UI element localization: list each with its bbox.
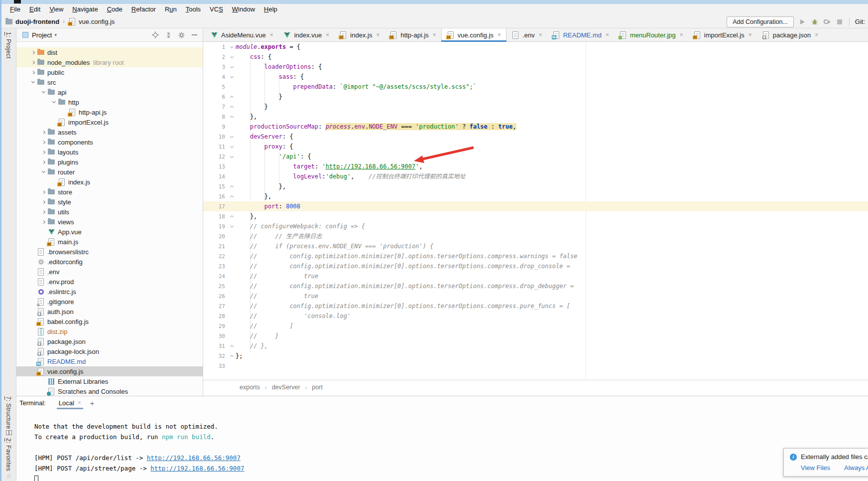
menu-item-view[interactable]: View [45, 4, 68, 15]
fold-close-icon[interactable] [228, 344, 236, 348]
code-line-10[interactable]: 10 devServer: { [203, 132, 868, 142]
tab-vue-config-js[interactable]: JSvue.config.js× [441, 28, 506, 41]
close-icon[interactable]: × [433, 31, 436, 38]
close-icon[interactable]: × [815, 31, 818, 38]
menu-item-edit[interactable]: Edit [25, 4, 45, 15]
code-line-12[interactable]: 12 '/api': { [203, 152, 868, 161]
tree-expanded-icon[interactable] [50, 102, 58, 103]
tree-item-plugins[interactable]: plugins [16, 157, 203, 167]
tab--env[interactable]: .env× [506, 28, 547, 41]
menu-item-navigate[interactable]: Navigate [68, 4, 102, 15]
code-line-6[interactable]: 6 } [203, 92, 868, 102]
tree-collapsed-icon[interactable] [29, 61, 37, 64]
code-line-7[interactable]: 7 } [203, 102, 868, 112]
locate-file-icon[interactable] [152, 31, 159, 38]
tab-index-js[interactable]: JSindex.js× [334, 28, 384, 41]
tree-item-index-js[interactable]: JSindex.js [16, 177, 203, 187]
code-line-8[interactable]: 8 }, [203, 112, 868, 122]
tree-item-external-libraries[interactable]: External Libraries [16, 376, 203, 386]
menu-item-vcs[interactable]: VCS [205, 4, 228, 15]
close-icon[interactable]: × [680, 31, 683, 38]
close-icon[interactable]: × [606, 31, 609, 38]
fold-close-icon[interactable] [228, 214, 236, 218]
tree-item-readme-md[interactable]: MDREADME.md [16, 356, 203, 366]
code-line-17[interactable]: 17 port: 8008 [203, 201, 868, 211]
terminal-link[interactable]: http://192.168.66.56:9007 [147, 454, 241, 462]
code-line-18[interactable]: 18 }, [203, 211, 868, 221]
fold-close-icon[interactable] [228, 184, 236, 188]
close-icon[interactable]: × [326, 31, 329, 38]
tree-collapsed-icon[interactable] [40, 221, 47, 223]
code-line-28[interactable]: 28 // 'console.log' [203, 311, 868, 321]
menu-item-tools[interactable]: Tools [181, 4, 205, 15]
tree-item--gitignore[interactable]: ⊘.gitignore [16, 297, 203, 307]
code-line-21[interactable]: 21 // if (process.env.NODE_ENV === 'prod… [203, 241, 868, 251]
menu-item-code[interactable]: Code [103, 4, 127, 15]
code-line-20[interactable]: 20 // // 生产去除日志 [203, 231, 868, 241]
code-line-31[interactable]: 31 // }, [203, 341, 868, 351]
breadcrumb-devServer[interactable]: devServer [272, 384, 300, 391]
code-line-22[interactable]: 22 // config.optimization.minimizer[0].o… [203, 251, 868, 261]
fold-open-icon[interactable] [228, 226, 236, 227]
tree-item-vue-config-js[interactable]: JSvue.config.js [16, 366, 203, 376]
menu-item-help[interactable]: Help [259, 4, 282, 15]
code-line-32[interactable]: 32}; [203, 351, 868, 361]
fold-open-icon[interactable] [228, 76, 236, 78]
tree-item-package-json[interactable]: {}package.json [16, 336, 203, 346]
close-icon[interactable]: × [497, 31, 501, 38]
tree-item-assets[interactable]: assets [16, 127, 203, 137]
favorites-star-icon[interactable]: ☆ [6, 474, 12, 480]
tree-item--eslintrc-js[interactable]: .eslintrc.js [16, 287, 203, 297]
fold-close-icon[interactable] [228, 95, 236, 99]
git-branch-label[interactable]: Git: [855, 18, 865, 25]
fold-close-icon[interactable] [228, 105, 236, 109]
code-line-5[interactable]: 5 prependData: `@import "~@/assets/scss/… [203, 82, 868, 92]
fold-close-icon[interactable] [228, 354, 236, 358]
tree-item-public[interactable]: public [16, 67, 203, 77]
collapse-all-icon[interactable] [165, 31, 172, 38]
fold-open-icon[interactable] [228, 146, 236, 148]
close-icon[interactable]: × [78, 399, 81, 406]
fold-open-icon[interactable] [228, 136, 236, 138]
fold-open-icon[interactable] [228, 156, 236, 158]
menu-item-run[interactable]: Run [160, 4, 181, 15]
structure-tool-icon[interactable] [6, 430, 12, 435]
tree-collapsed-icon[interactable] [29, 71, 37, 74]
settings-gear-icon[interactable] [178, 31, 185, 38]
tool-window-button-project[interactable]: 1: Project [5, 32, 12, 59]
code-line-26[interactable]: 26 // true [203, 291, 868, 301]
code-line-14[interactable]: 14 logLevel:'debug', //控制台终端打印代理前的真实地址 [203, 171, 868, 181]
fold-open-icon[interactable] [228, 66, 236, 68]
terminal-tab-local[interactable]: Local × [57, 396, 83, 409]
always-add-link[interactable]: Always Add [844, 464, 868, 472]
tree-item-http-api-js[interactable]: JShttp-api.js [16, 107, 203, 117]
tree-item-api[interactable]: api [16, 87, 203, 97]
tree-item-dist-zip[interactable]: dist.zip [16, 326, 203, 336]
fold-close-icon[interactable] [228, 115, 236, 119]
breadcrumb-port[interactable]: port [312, 384, 323, 391]
tab-readme-md[interactable]: MDREADME.md× [547, 28, 614, 41]
stop-icon[interactable] [836, 18, 844, 26]
tree-item--browserslistrc[interactable]: .browserslistrc [16, 247, 203, 257]
new-terminal-icon[interactable]: + [90, 399, 95, 407]
code-line-24[interactable]: 24 // true [203, 271, 868, 281]
tree-item-src[interactable]: src [16, 77, 203, 87]
tree-item-utils[interactable]: utils [16, 207, 203, 217]
tree-item-router[interactable]: router [16, 167, 203, 177]
code-line-15[interactable]: 15 }, [203, 181, 868, 191]
tree-item-store[interactable]: store [16, 187, 203, 197]
tree-collapsed-icon[interactable] [40, 161, 47, 163]
tree-collapsed-icon[interactable] [40, 131, 47, 134]
tool-window-button-structure[interactable]: 7: Structure [5, 396, 12, 429]
tree-item-scratches-and-consoles[interactable]: Scratches and Consoles [16, 386, 203, 396]
tree-item-components[interactable]: components [16, 137, 203, 147]
tree-expanded-icon[interactable] [40, 171, 47, 172]
breadcrumb-exports[interactable]: exports [240, 384, 260, 391]
tree-collapsed-icon[interactable] [40, 191, 47, 193]
code-line-27[interactable]: 27 // config.optimization.minimizer[0].o… [203, 301, 868, 311]
close-icon[interactable]: × [376, 31, 379, 38]
tree-collapsed-icon[interactable] [40, 201, 47, 203]
code-line-19[interactable]: 19 // configureWebpack: config => { [203, 221, 868, 231]
view-files-link[interactable]: View Files [801, 464, 830, 472]
breadcrumb-file[interactable]: vue.config.js [79, 18, 115, 25]
